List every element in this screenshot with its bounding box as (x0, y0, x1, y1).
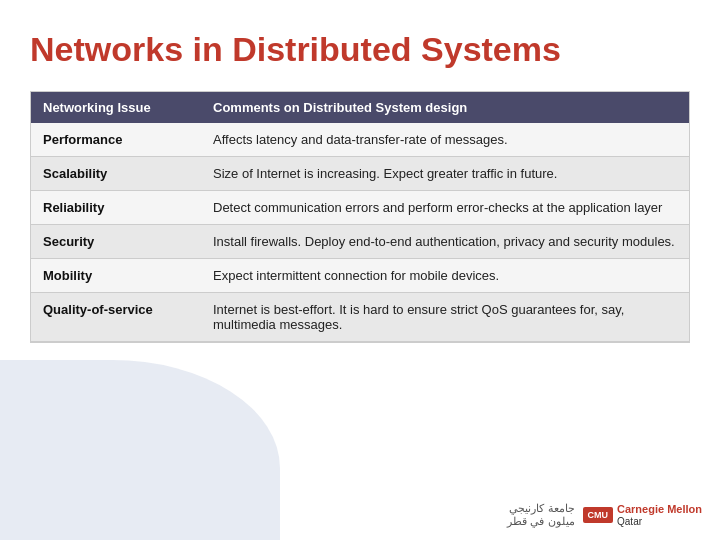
arabic-text: جامعة كارنيجي ميلون في قطر (507, 502, 574, 528)
issue-cell: Quality-of-service (31, 293, 201, 342)
table-row: SecurityInstall firewalls. Deploy end-to… (31, 225, 689, 259)
issue-cell: Reliability (31, 191, 201, 225)
table-row: PerformanceAffects latency and data-tran… (31, 123, 689, 157)
cmu-logo-box: CMU (583, 507, 614, 524)
main-table: Networking Issue Comments on Distributed… (31, 92, 689, 342)
table-container: Networking Issue Comments on Distributed… (30, 91, 690, 343)
table-row: MobilityExpect intermittent connection f… (31, 259, 689, 293)
issue-cell: Performance (31, 123, 201, 157)
comment-cell: Internet is best-effort. It is hard to e… (201, 293, 689, 342)
arabic-line2: ميلون في قطر (507, 515, 574, 528)
issue-cell: Security (31, 225, 201, 259)
table-header-row: Networking Issue Comments on Distributed… (31, 92, 689, 123)
table-row: ScalabilitySize of Internet is increasin… (31, 157, 689, 191)
comment-cell: Install firewalls. Deploy end-to-end aut… (201, 225, 689, 259)
comment-cell: Size of Internet is increasing. Expect g… (201, 157, 689, 191)
comment-cell: Affects latency and data-transfer-rate o… (201, 123, 689, 157)
issue-cell: Mobility (31, 259, 201, 293)
issue-cell: Scalability (31, 157, 201, 191)
comment-cell: Detect communication errors and perform … (201, 191, 689, 225)
comment-cell: Expect intermittent connection for mobil… (201, 259, 689, 293)
slide-title: Networks in Distributed Systems (30, 30, 690, 69)
arabic-line1: جامعة كارنيجي (507, 502, 574, 515)
cmu-qatar-text: Carnegie MellonQatar (617, 503, 702, 527)
cmu-logo: CMU Carnegie MellonQatar (583, 503, 702, 527)
table-row: Quality-of-serviceInternet is best-effor… (31, 293, 689, 342)
logo-area: جامعة كارنيجي ميلون في قطر CMU Carnegie … (507, 502, 702, 528)
col-header-issue: Networking Issue (31, 92, 201, 123)
slide: Networks in Distributed Systems Networki… (0, 0, 720, 540)
table-row: ReliabilityDetect communication errors a… (31, 191, 689, 225)
col-header-comments: Comments on Distributed System design (201, 92, 689, 123)
